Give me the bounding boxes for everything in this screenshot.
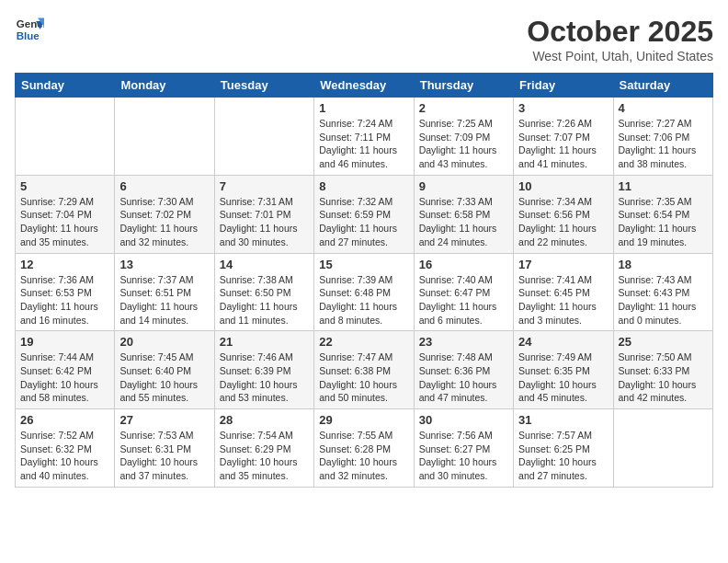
calendar-week-4: 19Sunrise: 7:44 AM Sunset: 6:42 PM Dayli… (16, 331, 713, 409)
calendar-cell: 19Sunrise: 7:44 AM Sunset: 6:42 PM Dayli… (16, 331, 115, 409)
calendar-cell: 26Sunrise: 7:52 AM Sunset: 6:32 PM Dayli… (16, 409, 115, 488)
calendar-cell: 14Sunrise: 7:38 AM Sunset: 6:50 PM Dayli… (214, 253, 313, 331)
calendar-cell: 23Sunrise: 7:48 AM Sunset: 6:36 PM Dayli… (414, 331, 513, 409)
day-info: Sunrise: 7:48 AM Sunset: 6:36 PM Dayligh… (419, 350, 508, 405)
page-header: General Blue October 2025 West Point, Ut… (15, 15, 713, 63)
day-info: Sunrise: 7:35 AM Sunset: 6:54 PM Dayligh… (619, 195, 708, 249)
day-info: Sunrise: 7:52 AM Sunset: 6:32 PM Dayligh… (20, 429, 109, 483)
day-number: 31 (518, 413, 608, 427)
day-info: Sunrise: 7:54 AM Sunset: 6:29 PM Dayligh… (220, 429, 309, 483)
day-info: Sunrise: 7:37 AM Sunset: 6:51 PM Dayligh… (119, 273, 209, 327)
calendar-cell: 25Sunrise: 7:50 AM Sunset: 6:33 PM Dayli… (613, 331, 712, 409)
day-number: 29 (319, 413, 408, 427)
day-number: 6 (119, 179, 209, 193)
calendar-cell: 31Sunrise: 7:57 AM Sunset: 6:25 PM Dayli… (514, 409, 613, 488)
day-number: 4 (619, 101, 708, 115)
day-info: Sunrise: 7:34 AM Sunset: 6:56 PM Dayligh… (518, 195, 608, 249)
location-text: West Point, Utah, United States (527, 49, 713, 63)
day-number: 22 (319, 335, 408, 349)
day-info: Sunrise: 7:41 AM Sunset: 6:45 PM Dayligh… (518, 273, 608, 327)
calendar-cell: 21Sunrise: 7:46 AM Sunset: 6:39 PM Dayli… (214, 331, 313, 409)
day-info: Sunrise: 7:57 AM Sunset: 6:25 PM Dayligh… (518, 429, 608, 483)
day-info: Sunrise: 7:40 AM Sunset: 6:47 PM Dayligh… (419, 273, 508, 327)
calendar-cell: 22Sunrise: 7:47 AM Sunset: 6:38 PM Dayli… (314, 331, 414, 409)
month-title: October 2025 (527, 15, 713, 49)
calendar-cell: 8Sunrise: 7:32 AM Sunset: 6:59 PM Daylig… (314, 175, 414, 253)
day-number: 21 (220, 335, 309, 349)
calendar-week-3: 12Sunrise: 7:36 AM Sunset: 6:53 PM Dayli… (16, 253, 713, 331)
calendar-cell: 1Sunrise: 7:24 AM Sunset: 7:11 PM Daylig… (314, 98, 414, 176)
calendar-cell: 17Sunrise: 7:41 AM Sunset: 6:45 PM Dayli… (514, 253, 613, 331)
day-number: 27 (119, 413, 209, 427)
calendar-cell: 12Sunrise: 7:36 AM Sunset: 6:53 PM Dayli… (16, 253, 115, 331)
day-info: Sunrise: 7:55 AM Sunset: 6:28 PM Dayligh… (319, 429, 408, 483)
calendar-cell: 16Sunrise: 7:40 AM Sunset: 6:47 PM Dayli… (414, 253, 513, 331)
day-number: 28 (220, 413, 309, 427)
calendar-cell: 24Sunrise: 7:49 AM Sunset: 6:35 PM Dayli… (514, 331, 613, 409)
day-number: 18 (619, 258, 708, 271)
day-number: 17 (518, 258, 608, 271)
day-number: 25 (619, 335, 708, 349)
day-info: Sunrise: 7:31 AM Sunset: 7:01 PM Dayligh… (220, 195, 309, 249)
day-info: Sunrise: 7:44 AM Sunset: 6:42 PM Dayligh… (20, 350, 109, 405)
day-number: 8 (319, 179, 408, 193)
calendar-cell: 3Sunrise: 7:26 AM Sunset: 7:07 PM Daylig… (514, 98, 613, 176)
calendar-cell (214, 98, 313, 176)
day-number: 11 (619, 179, 708, 193)
day-number: 5 (20, 179, 109, 193)
day-info: Sunrise: 7:46 AM Sunset: 6:39 PM Dayligh… (220, 350, 309, 405)
day-info: Sunrise: 7:38 AM Sunset: 6:50 PM Dayligh… (220, 273, 309, 327)
day-number: 16 (419, 258, 508, 271)
day-info: Sunrise: 7:53 AM Sunset: 6:31 PM Dayligh… (119, 429, 209, 483)
day-number: 1 (319, 101, 408, 115)
calendar-cell (613, 409, 712, 488)
day-info: Sunrise: 7:25 AM Sunset: 7:09 PM Dayligh… (419, 117, 508, 171)
calendar-cell: 30Sunrise: 7:56 AM Sunset: 6:27 PM Dayli… (414, 409, 513, 488)
day-info: Sunrise: 7:43 AM Sunset: 6:43 PM Dayligh… (619, 273, 708, 327)
day-number: 14 (220, 258, 309, 271)
day-info: Sunrise: 7:36 AM Sunset: 6:53 PM Dayligh… (20, 273, 109, 327)
col-header-monday: Monday (115, 74, 214, 98)
calendar-table: SundayMondayTuesdayWednesdayThursdayFrid… (15, 73, 713, 488)
day-info: Sunrise: 7:33 AM Sunset: 6:58 PM Dayligh… (419, 195, 508, 249)
col-header-thursday: Thursday (414, 74, 513, 98)
calendar-cell: 10Sunrise: 7:34 AM Sunset: 6:56 PM Dayli… (514, 175, 613, 253)
day-number: 12 (20, 258, 109, 271)
day-number: 2 (419, 101, 508, 115)
day-info: Sunrise: 7:56 AM Sunset: 6:27 PM Dayligh… (419, 429, 508, 483)
calendar-cell: 15Sunrise: 7:39 AM Sunset: 6:48 PM Dayli… (314, 253, 414, 331)
day-info: Sunrise: 7:29 AM Sunset: 7:04 PM Dayligh… (20, 195, 109, 249)
calendar-cell: 20Sunrise: 7:45 AM Sunset: 6:40 PM Dayli… (115, 331, 214, 409)
day-info: Sunrise: 7:39 AM Sunset: 6:48 PM Dayligh… (319, 273, 408, 327)
day-number: 10 (518, 179, 608, 193)
calendar-cell: 29Sunrise: 7:55 AM Sunset: 6:28 PM Dayli… (314, 409, 414, 488)
calendar-week-2: 5Sunrise: 7:29 AM Sunset: 7:04 PM Daylig… (16, 175, 713, 253)
day-number: 26 (20, 413, 109, 427)
day-number: 15 (319, 258, 408, 271)
day-info: Sunrise: 7:50 AM Sunset: 6:33 PM Dayligh… (619, 350, 708, 405)
logo-icon: General Blue (15, 15, 44, 44)
day-number: 13 (119, 258, 209, 271)
day-number: 30 (419, 413, 508, 427)
calendar-cell: 27Sunrise: 7:53 AM Sunset: 6:31 PM Dayli… (115, 409, 214, 488)
day-number: 3 (518, 101, 608, 115)
day-info: Sunrise: 7:32 AM Sunset: 6:59 PM Dayligh… (319, 195, 408, 249)
calendar-cell (16, 98, 115, 176)
calendar-cell: 13Sunrise: 7:37 AM Sunset: 6:51 PM Dayli… (115, 253, 214, 331)
col-header-wednesday: Wednesday (314, 74, 414, 98)
calendar-cell: 28Sunrise: 7:54 AM Sunset: 6:29 PM Dayli… (214, 409, 313, 488)
day-info: Sunrise: 7:26 AM Sunset: 7:07 PM Dayligh… (518, 117, 608, 171)
day-number: 23 (419, 335, 508, 349)
logo: General Blue (15, 15, 44, 44)
day-number: 7 (220, 179, 309, 193)
title-block: October 2025 West Point, Utah, United St… (527, 15, 713, 63)
calendar-week-5: 26Sunrise: 7:52 AM Sunset: 6:32 PM Dayli… (16, 409, 713, 488)
calendar-cell: 5Sunrise: 7:29 AM Sunset: 7:04 PM Daylig… (16, 175, 115, 253)
day-number: 24 (518, 335, 608, 349)
day-info: Sunrise: 7:47 AM Sunset: 6:38 PM Dayligh… (319, 350, 408, 405)
col-header-friday: Friday (514, 74, 613, 98)
calendar-cell (115, 98, 214, 176)
day-info: Sunrise: 7:45 AM Sunset: 6:40 PM Dayligh… (119, 350, 209, 405)
calendar-cell: 9Sunrise: 7:33 AM Sunset: 6:58 PM Daylig… (414, 175, 513, 253)
svg-text:Blue: Blue (17, 30, 40, 41)
